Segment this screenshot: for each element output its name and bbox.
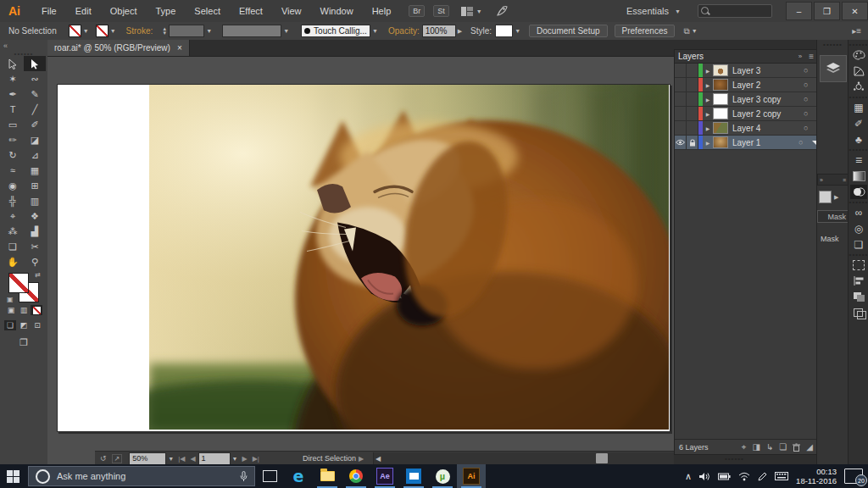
lock-toggle[interactable] xyxy=(687,136,698,149)
layers-dock-icon[interactable] xyxy=(820,55,847,82)
pen-tool[interactable]: ✒ xyxy=(2,86,24,102)
layer-row[interactable]: ▶ Layer 3 ○ xyxy=(675,64,817,78)
preferences-button[interactable]: Preferences xyxy=(615,25,676,37)
target-circle-icon[interactable]: ○ xyxy=(804,95,817,103)
stroke-weight-stepper[interactable]: ▲▼ xyxy=(162,27,167,36)
color-guide-panel-icon[interactable] xyxy=(850,64,867,78)
next-artboard-button[interactable]: ▶ xyxy=(242,455,248,463)
style-swatch[interactable] xyxy=(495,25,513,37)
action-center-icon[interactable]: 20 xyxy=(844,469,863,484)
eyedropper-tool[interactable]: ⌖ xyxy=(2,208,24,224)
screen-mode-button[interactable]: ❐ xyxy=(18,337,30,347)
document-setup-button[interactable]: Document Setup xyxy=(529,25,608,37)
arrange-documents-button[interactable]: ▼ xyxy=(461,7,484,16)
delete-layer-icon[interactable] xyxy=(793,443,800,452)
panel-menu-icon[interactable]: ≡ xyxy=(809,52,814,61)
draw-behind-button[interactable]: ◩ xyxy=(18,320,30,330)
close-tab-icon[interactable]: × xyxy=(177,43,182,53)
mesh-tool[interactable]: ╬ xyxy=(2,193,24,208)
panel-menu-icon[interactable]: ▸≡ xyxy=(852,26,861,36)
panel-grip[interactable]: •••••• xyxy=(849,252,868,257)
symbols-panel-icon[interactable]: ♣ xyxy=(850,132,867,147)
layer-thumbnail[interactable] xyxy=(713,79,728,91)
artboards-panel-icon[interactable]: ❏ xyxy=(850,237,867,252)
file-explorer-button[interactable] xyxy=(313,464,342,488)
draw-inside-button[interactable]: ⊡ xyxy=(31,320,43,330)
line-segment-tool[interactable]: ╱ xyxy=(24,102,46,117)
expand-layer-icon[interactable]: ▶ xyxy=(703,125,713,131)
lock-toggle[interactable] xyxy=(687,64,698,77)
workspace-switcher[interactable]: Essentials ▼ xyxy=(626,6,682,16)
lock-toggle[interactable] xyxy=(687,78,698,92)
layer-row[interactable]: ▶ Layer 4 ○ xyxy=(675,121,817,136)
menu-type[interactable]: Type xyxy=(147,6,186,16)
last-artboard-button[interactable]: ▶| xyxy=(253,455,259,463)
gradient-tool[interactable]: ▥ xyxy=(24,193,46,208)
bridge-button[interactable]: Br xyxy=(409,5,425,17)
menu-window[interactable]: Window xyxy=(311,6,363,16)
horizontal-scrollbar[interactable]: ◀ xyxy=(373,452,721,464)
layer-thumbnail[interactable] xyxy=(713,136,728,148)
menu-select[interactable]: Select xyxy=(185,6,230,16)
mask-button[interactable]: Mask xyxy=(817,210,849,223)
navigator-panel-icon[interactable] xyxy=(850,306,867,320)
artboard-tool[interactable]: ❏ xyxy=(2,239,24,254)
layer-row[interactable]: ▶ Layer 2 copy ○ xyxy=(675,107,817,121)
layer-thumbnail[interactable] xyxy=(713,64,728,76)
shaper-tool[interactable]: ✏ xyxy=(2,132,24,147)
panel-grip[interactable]: •••••• xyxy=(849,42,868,47)
layer-name[interactable]: Layer 4 xyxy=(732,124,804,133)
expand-layer-icon[interactable]: ▶ xyxy=(703,97,713,103)
visibility-toggle[interactable] xyxy=(675,64,687,77)
visibility-toggle[interactable] xyxy=(675,78,687,92)
stroke-panel-icon[interactable]: ≡ xyxy=(850,152,867,167)
chrome-button[interactable] xyxy=(342,464,370,488)
shape-builder-tool[interactable]: ◉ xyxy=(2,178,24,193)
gpu-performance-icon[interactable] xyxy=(496,5,508,17)
default-fill-stroke-icon[interactable]: ▣ xyxy=(7,296,14,303)
layer-thumbnail[interactable] xyxy=(713,108,728,119)
fill-swatch[interactable] xyxy=(69,25,81,37)
libraries-panel-icon[interactable]: ∞ xyxy=(850,205,867,219)
clock[interactable]: 00:13 18-11-2016 xyxy=(796,467,837,485)
start-button[interactable] xyxy=(0,464,25,488)
target-circle-icon[interactable]: ○ xyxy=(798,138,812,147)
zoom-level-select[interactable]: 50% xyxy=(129,452,166,465)
edge-browser-button[interactable]: e xyxy=(284,464,313,488)
hand-tool[interactable]: ✋ xyxy=(2,254,24,269)
touch-keyboard-icon[interactable] xyxy=(775,472,788,480)
collapse-panel-icon[interactable]: » xyxy=(798,53,802,60)
layer-thumbnail[interactable] xyxy=(713,122,728,134)
layer-thumbnail[interactable] xyxy=(713,93,728,105)
none-mode-button[interactable] xyxy=(31,305,42,315)
layer-name[interactable]: Layer 3 copy xyxy=(732,95,804,104)
swap-fill-stroke-icon[interactable]: ⇄ xyxy=(35,271,41,279)
column-graph-tool[interactable]: ▟ xyxy=(24,224,46,239)
new-sublayer-icon[interactable]: ↳ xyxy=(766,442,773,452)
curvature-tool[interactable]: ✎ xyxy=(24,86,46,102)
symbol-sprayer-tool[interactable]: ⁂ xyxy=(2,224,24,239)
paintbrush-tool[interactable]: ✐ xyxy=(24,117,46,132)
menu-file[interactable]: File xyxy=(32,6,66,16)
menu-object[interactable]: Object xyxy=(101,6,147,16)
first-artboard-button[interactable]: |◀ xyxy=(178,455,185,463)
menu-help[interactable]: Help xyxy=(363,6,401,16)
tray-chevron-icon[interactable]: ∧ xyxy=(685,471,692,482)
opacity-label[interactable]: Opacity: xyxy=(388,26,420,36)
after-effects-button[interactable]: Ae xyxy=(370,464,399,488)
lasso-tool[interactable]: ∾ xyxy=(24,71,46,86)
symbol-options-icon[interactable]: ⧉ xyxy=(683,26,689,36)
expand-layer-icon[interactable]: ▶ xyxy=(703,111,713,117)
draw-normal-button[interactable]: ❏ xyxy=(4,320,16,330)
menu-view[interactable]: View xyxy=(272,6,311,16)
align-panel-icon[interactable] xyxy=(850,274,867,288)
stroke-weight-field[interactable] xyxy=(169,25,204,37)
make-clipping-mask-icon[interactable]: ◨ xyxy=(752,442,760,452)
slice-tool[interactable]: ✂ xyxy=(24,239,46,254)
pathfinder-panel-icon[interactable] xyxy=(850,290,867,304)
layers-panel-header[interactable]: Layers » ≡ xyxy=(675,50,817,64)
fill-color-swatch[interactable] xyxy=(8,273,29,293)
panel-grip[interactable]: •••••• xyxy=(849,200,868,204)
lock-toggle[interactable] xyxy=(687,92,698,106)
minimize-button[interactable]: – xyxy=(786,2,812,20)
